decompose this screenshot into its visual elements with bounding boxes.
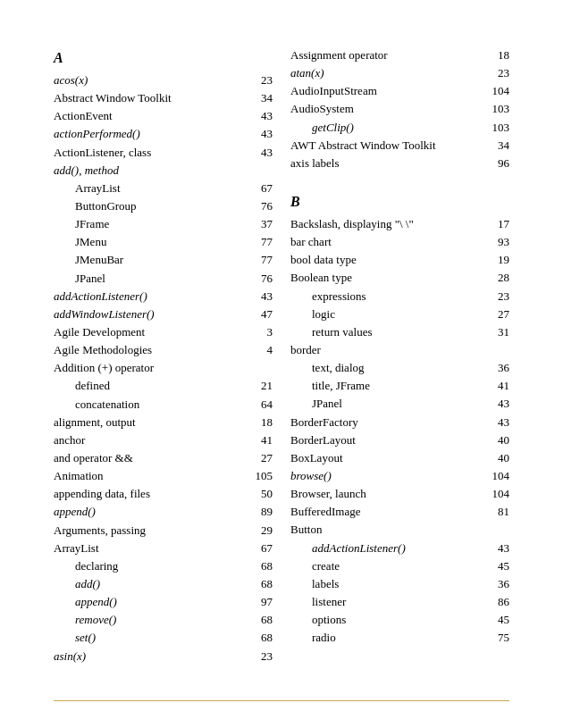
- list-item: ArrayList67: [54, 180, 273, 197]
- entry-page: 4: [246, 341, 273, 359]
- section-spacer: [290, 181, 509, 190]
- list-item: ArrayList67: [54, 540, 273, 557]
- list-item: actionPerformed()43: [54, 125, 273, 143]
- list-item: Backslash, displaying "\ \"17: [290, 215, 509, 233]
- entry-text: JMenuBar: [75, 251, 246, 269]
- entry-text: text, dialog: [312, 359, 483, 377]
- list-item: listener86: [290, 593, 509, 611]
- list-item: append()89: [54, 503, 273, 521]
- list-item: AudioInputStream104: [290, 82, 509, 100]
- section-spacer: [290, 172, 509, 181]
- list-item: JFrame37: [54, 215, 273, 233]
- entry-text: axis labels: [290, 155, 483, 172]
- entry-text: ArrayList: [54, 540, 246, 557]
- entry-page: 43: [246, 125, 273, 143]
- list-item: border: [290, 341, 509, 359]
- entry-page: 68: [246, 575, 273, 593]
- list-item: title, JFrame41: [290, 377, 509, 395]
- list-item: axis labels96: [290, 155, 509, 172]
- section-letter: A: [54, 50, 273, 66]
- list-item: Boolean type28: [290, 269, 509, 287]
- entry-page: 45: [483, 557, 509, 575]
- entry-text: Backslash, displaying "\ \": [290, 215, 483, 233]
- entry-page: 23: [246, 648, 273, 665]
- entry-text: addActionListener(): [54, 288, 246, 305]
- entry-page: 68: [246, 611, 273, 629]
- entry-text: asin(x): [54, 648, 246, 665]
- list-item: remove()68: [54, 611, 273, 629]
- list-item: addActionListener()43: [54, 288, 273, 305]
- list-item: set()68: [54, 629, 273, 647]
- list-item: declaring68: [54, 557, 273, 575]
- entry-text: acos(x): [54, 71, 246, 89]
- left-column: Aacos(x)23Abstract Window Toolkit34Actio…: [54, 46, 273, 665]
- entry-text: defined: [75, 377, 246, 395]
- list-item: AWT Abstract Window Toolkit34: [290, 137, 509, 155]
- entry-page: 75: [483, 629, 509, 647]
- entry-page: 81: [483, 503, 509, 521]
- entry-page: 86: [483, 593, 509, 611]
- list-item: BorderLayout40: [290, 431, 509, 449]
- list-item: Browser, launch104: [290, 485, 509, 503]
- entry-page: 36: [483, 575, 509, 593]
- entry-text: Assignment operator: [290, 46, 483, 64]
- entry-page: 23: [483, 64, 509, 82]
- entry-text: Arguments, passing: [54, 522, 246, 540]
- list-item: ButtonGroup76: [54, 197, 273, 215]
- entry-text: alignment, output: [54, 414, 246, 431]
- entry-text: and operator &&: [54, 449, 246, 467]
- entry-page: 43: [246, 144, 273, 162]
- entry-page: 103: [483, 119, 509, 137]
- list-item: JMenu77: [54, 233, 273, 251]
- entry-page: 76: [246, 270, 273, 288]
- entry-text: expressions: [312, 288, 483, 305]
- entry-page: 19: [483, 251, 509, 269]
- entry-page: 104: [483, 485, 509, 503]
- entry-text: JPanel: [312, 395, 483, 413]
- entry-text: logic: [312, 305, 483, 323]
- entry-text: ActionEvent: [54, 107, 246, 125]
- entry-page: 41: [483, 377, 509, 395]
- list-item: append()97: [54, 593, 273, 611]
- entry-text: JPanel: [75, 270, 246, 288]
- list-item: AudioSystem103: [290, 100, 509, 118]
- entry-page: 76: [246, 197, 273, 215]
- list-item: expressions23: [290, 288, 509, 305]
- list-item: bool data type19: [290, 251, 509, 269]
- entry-page: 28: [483, 269, 509, 287]
- entry-text: JFrame: [75, 215, 246, 233]
- entry-page: 77: [246, 251, 273, 269]
- entry-page: 34: [246, 89, 273, 107]
- list-item: Button: [290, 521, 509, 539]
- entry-text: bool data type: [290, 251, 483, 269]
- list-item: anchor41: [54, 431, 273, 449]
- list-item: Assignment operator18: [290, 46, 509, 64]
- index-columns: Aacos(x)23Abstract Window Toolkit34Actio…: [54, 46, 509, 665]
- list-item: BorderFactory43: [290, 414, 509, 431]
- list-item: ActionEvent43: [54, 107, 273, 125]
- entry-page: 18: [483, 46, 509, 64]
- entry-page: 50: [246, 485, 273, 503]
- list-item: Agile Methodologies4: [54, 341, 273, 359]
- entry-text: labels: [312, 575, 483, 593]
- list-item: and operator &&27: [54, 449, 273, 467]
- list-item: atan(x)23: [290, 64, 509, 82]
- entry-page: 34: [483, 137, 509, 155]
- entry-text: concatenation: [75, 396, 246, 414]
- list-item: radio75: [290, 629, 509, 647]
- entry-page: 18: [246, 414, 273, 431]
- list-item: alignment, output18: [54, 414, 273, 431]
- list-item: browse()104: [290, 467, 509, 485]
- entry-page: 27: [246, 449, 273, 467]
- entry-text: remove(): [75, 611, 246, 629]
- list-item: defined21: [54, 377, 273, 395]
- entry-text: append(): [75, 593, 246, 611]
- entry-page: 104: [483, 82, 509, 100]
- list-item: addActionListener()43: [290, 540, 509, 557]
- entry-text: BorderLayout: [290, 431, 483, 449]
- entry-text: append(): [54, 503, 246, 521]
- entry-text: border: [290, 341, 483, 359]
- entry-text: getClip(): [312, 119, 483, 137]
- entry-page: 105: [246, 467, 273, 485]
- entry-text: AudioSystem: [290, 100, 483, 118]
